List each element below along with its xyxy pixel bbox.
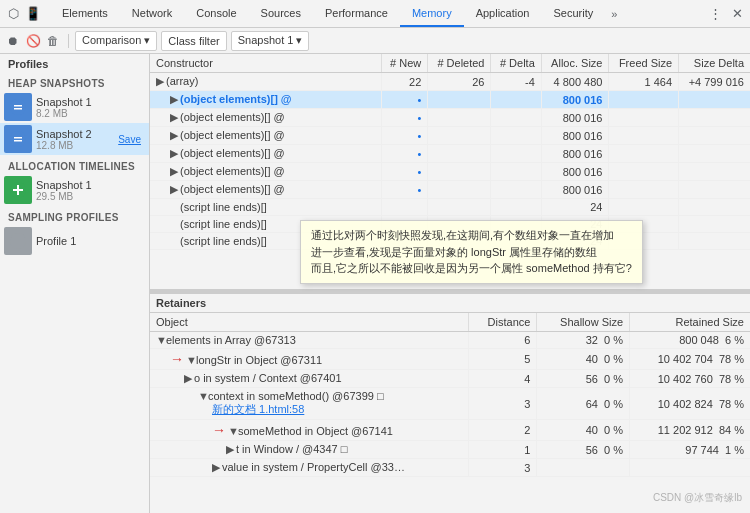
profile1-text: Profile 1 (36, 235, 141, 247)
ret-cell-distance: 3 (469, 388, 537, 420)
table-row[interactable]: ▶(object elements)[] @ • 800 016 (150, 145, 750, 163)
cell-size-delta (679, 216, 750, 233)
cell-freed-size (609, 109, 679, 127)
cell-delta (491, 145, 541, 163)
col-alloc-size: Alloc. Size (541, 54, 609, 73)
annotation-tooltip: 通过比对两个时刻快照发现,在这期间,有个数组对象一直在增加 进一步查看,发现是字… (300, 220, 643, 284)
ret-col-retained: Retained Size (630, 313, 750, 332)
delete-button[interactable]: 🗑 (44, 32, 62, 50)
ret-col-distance: Distance (469, 313, 537, 332)
retainer-name: context in someMethod() @67399 □ (208, 390, 384, 402)
svg-rect-5 (14, 140, 22, 142)
ret-cell-distance: 1 (469, 441, 537, 459)
cell-constructor: ▶(array) (150, 73, 381, 91)
annotation-line1: 通过比对两个时刻快照发现,在这期间,有个数组对象一直在增加 (311, 227, 632, 244)
tree-toggle[interactable]: ▶ (170, 129, 180, 142)
close-devtools-icon[interactable]: ✕ (728, 5, 746, 23)
tree-toggle[interactable]: ▶ (170, 93, 180, 106)
table-row[interactable]: ▶(object elements)[] @ • 800 016 (150, 181, 750, 199)
snap2-save-link[interactable]: Save (118, 134, 141, 145)
ret-tree-toggle[interactable]: ▼ (228, 425, 238, 437)
cell-alloc-size: 800 016 (541, 127, 609, 145)
clear-button[interactable]: 🚫 (24, 32, 42, 50)
ret-tree-toggle[interactable]: ▶ (184, 372, 194, 385)
sidebar-item-snap3[interactable]: Snapshot 1 29.5 MB (0, 174, 149, 206)
view-type-label: Comparison ▾ (82, 34, 150, 47)
table-row[interactable]: ▶(object elements)[] @ • 800 016 (150, 91, 750, 109)
snapshot-selector-dropdown[interactable]: Snapshot 1 ▾ (231, 31, 310, 51)
table-row[interactable]: ▶(array) 22 26 -4 4 800 480 1 464 +4 799… (150, 73, 750, 91)
view-type-dropdown[interactable]: Comparison ▾ (75, 31, 157, 51)
retainer-row[interactable]: ▶o in system / Context @67401 4 56 0 % 1… (150, 370, 750, 388)
ret-cell-object: ▶value in system / PropertyCell @33… (150, 459, 469, 477)
cell-alloc-size: 800 016 (541, 109, 609, 127)
snap2-size: 12.8 MB (36, 140, 114, 151)
retainer-row[interactable]: ▼context in someMethod() @67399 □新的文档 1.… (150, 388, 750, 420)
ret-tree-toggle[interactable]: ▼ (156, 334, 166, 346)
device-icon[interactable]: 📱 (24, 5, 42, 23)
tree-toggle[interactable]: ▶ (156, 75, 166, 88)
ret-cell-distance: 5 (469, 349, 537, 370)
constructor-name: (object elements)[] @ (180, 111, 285, 123)
table-row[interactable]: ▶(object elements)[] @ • 800 016 (150, 127, 750, 145)
tab-network[interactable]: Network (120, 0, 184, 27)
retainers-header: Retainers (150, 293, 750, 313)
class-filter-input[interactable]: Class filter (161, 31, 226, 51)
table-row[interactable]: (script line ends)[] 24 (150, 199, 750, 216)
profiles-section-label: Profiles (0, 54, 149, 72)
retainers-table-body: ▼elements in Array @67313 6 32 0 % 800 0… (150, 332, 750, 477)
snap2-text: Snapshot 2 12.8 MB (36, 128, 114, 151)
tree-toggle[interactable]: ▶ (170, 111, 180, 124)
retainer-name: longStr in Object @67311 (196, 354, 322, 366)
inspect-icon[interactable]: ⬡ (4, 5, 22, 23)
cell-freed-size (609, 91, 679, 109)
class-filter-label: Class filter (168, 35, 219, 47)
cell-constructor: ▶(object elements)[] @ (150, 181, 381, 199)
tab-console[interactable]: Console (184, 0, 248, 27)
retainer-row[interactable]: ▶value in system / PropertyCell @33… 3 (150, 459, 750, 477)
record-button[interactable]: ⏺ (4, 32, 22, 50)
cell-size-delta (679, 91, 750, 109)
retainer-row[interactable]: ▼elements in Array @67313 6 32 0 % 800 0… (150, 332, 750, 349)
more-tabs-button[interactable]: » (605, 8, 623, 20)
tab-security[interactable]: Security (541, 0, 605, 27)
tree-toggle[interactable]: ▶ (170, 183, 180, 196)
sidebar-item-snap1[interactable]: Snapshot 1 8.2 MB (0, 91, 149, 123)
ret-tree-toggle[interactable]: ▶ (226, 443, 236, 456)
cell-deleted (428, 181, 491, 199)
tab-sources[interactable]: Sources (249, 0, 313, 27)
cell-size-delta: +4 799 016 (679, 73, 750, 91)
tree-toggle[interactable]: ▶ (170, 165, 180, 178)
ret-cell-retained (630, 459, 750, 477)
tab-memory[interactable]: Memory (400, 0, 464, 27)
cell-constructor: ▶(object elements)[] @ (150, 145, 381, 163)
table-row[interactable]: ▶(object elements)[] @ • 800 016 (150, 163, 750, 181)
tab-performance[interactable]: Performance (313, 0, 400, 27)
snap1-name: Snapshot 1 (36, 96, 141, 108)
cell-new: • (381, 181, 427, 199)
snap1-size: 8.2 MB (36, 108, 141, 119)
tab-application[interactable]: Application (464, 0, 542, 27)
retainer-row[interactable]: ▶t in Window / @4347 □ 1 56 0 % 97 744 1… (150, 441, 750, 459)
sidebar-item-profile1[interactable]: Profile 1 (0, 225, 149, 257)
ret-tree-toggle[interactable]: ▼ (186, 354, 196, 366)
retainers-table-container[interactable]: Object Distance Shallow Size Retained Si… (150, 313, 750, 513)
constructor-name: (array) (166, 75, 198, 87)
settings-icon[interactable]: ⋮ (706, 5, 724, 23)
tab-elements[interactable]: Elements (50, 0, 120, 27)
ret-tree-toggle[interactable]: ▼ (198, 390, 208, 402)
retainer-row[interactable]: →▼someMethod in Object @67141 2 40 0 % 1… (150, 420, 750, 441)
watermark: CSDN @冰雪奇缘lb (653, 491, 742, 505)
annotation-line2: 进一步查看,发现是字面量对象的 longStr 属性里存储的数组 (311, 244, 632, 261)
new-doc-link[interactable]: 新的文档 1.html:58 (212, 403, 304, 415)
constructor-name: (object elements)[] @ (180, 147, 285, 159)
table-row[interactable]: ▶(object elements)[] @ • 800 016 (150, 109, 750, 127)
sidebar-item-snap2[interactable]: Snapshot 2 12.8 MB Save (0, 123, 149, 155)
tree-toggle[interactable]: ▶ (170, 147, 180, 160)
retainer-row[interactable]: →▼longStr in Object @67311 5 40 0 % 10 4… (150, 349, 750, 370)
ret-tree-toggle[interactable]: ▶ (212, 461, 222, 474)
ret-cell-shallow (537, 459, 630, 477)
ret-cell-shallow: 40 0 % (537, 349, 630, 370)
retainer-name: elements in Array @67313 (166, 334, 296, 346)
snap3-name: Snapshot 1 (36, 179, 141, 191)
